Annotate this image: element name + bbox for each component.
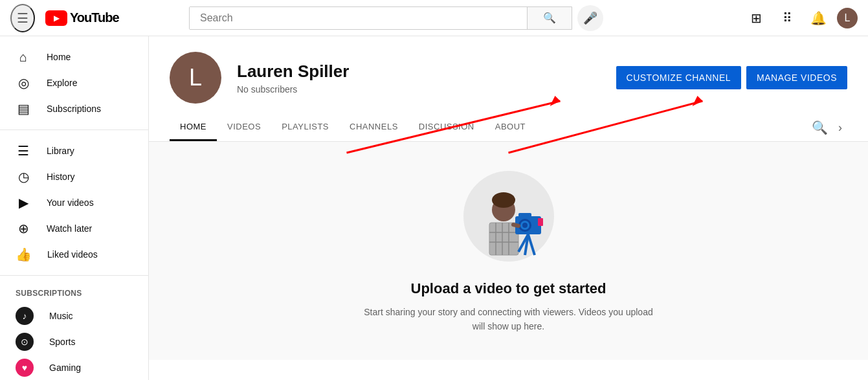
svg-rect-21 bbox=[538, 218, 543, 226]
subscriptions-section-title: SUBSCRIPTIONS bbox=[0, 284, 148, 303]
sidebar-item-label: Liked videos bbox=[47, 249, 98, 260]
history-icon: ◷ bbox=[16, 169, 31, 184]
liked-videos-icon: 👍 bbox=[16, 247, 32, 262]
empty-state-illustration bbox=[460, 168, 557, 265]
tab-about[interactable]: ABOUT bbox=[485, 114, 536, 141]
sidebar-item-label: Home bbox=[47, 52, 71, 62]
svg-point-12 bbox=[492, 192, 515, 208]
tab-chevron-right-icon[interactable]: › bbox=[833, 116, 847, 140]
sidebar-item-label: Your videos bbox=[47, 197, 94, 208]
svg-rect-5 bbox=[489, 223, 518, 255]
header: ☰ YouTube 🔍 🎤 ⊞ ⠿ 🔔 L bbox=[0, 0, 868, 36]
svg-line-22 bbox=[513, 225, 518, 226]
search-button[interactable]: 🔍 bbox=[527, 7, 572, 29]
music-channel-icon: ♪ bbox=[16, 307, 34, 325]
youtube-logo-text: YouTube bbox=[70, 10, 119, 25]
library-icon: ☰ bbox=[16, 143, 31, 159]
sidebar-divider-2 bbox=[0, 275, 148, 276]
sidebar-item-label: Music bbox=[49, 311, 73, 321]
tab-playlists[interactable]: PLAYLISTS bbox=[271, 114, 339, 141]
channel-name: Lauren Spiller bbox=[237, 61, 601, 82]
empty-state-title: Upload a video to get started bbox=[411, 280, 606, 297]
sidebar-item-music[interactable]: ♪ Music bbox=[0, 303, 148, 329]
sidebar-item-library[interactable]: ☰ Library bbox=[0, 138, 148, 164]
channel-subscribers: No subscribers bbox=[237, 84, 601, 95]
your-videos-icon: ▶ bbox=[16, 195, 31, 210]
tab-videos[interactable]: VIDEOS bbox=[217, 114, 271, 141]
apps-icon[interactable]: ⠿ bbox=[775, 5, 801, 31]
header-center: 🔍 🎤 bbox=[189, 5, 603, 31]
youtube-logo[interactable]: YouTube bbox=[45, 10, 119, 26]
user-avatar[interactable]: L bbox=[837, 8, 858, 28]
channel-actions: CUSTOMIZE CHANNEL MANAGE VIDEOS bbox=[616, 66, 847, 89]
main-layout: ⌂ Home ◎ Explore ▤ Subscriptions ☰ Libra… bbox=[0, 36, 868, 380]
youtube-icon bbox=[45, 10, 67, 26]
sidebar-item-liked-videos[interactable]: 👍 Liked videos bbox=[0, 241, 148, 267]
sidebar-item-your-videos[interactable]: ▶ Your videos bbox=[0, 190, 148, 216]
channel-tabs: HOME VIDEOS PLAYLISTS CHANNELS DISCUSSIO… bbox=[149, 114, 868, 142]
sidebar-item-explore[interactable]: ◎ Explore bbox=[0, 70, 148, 96]
sidebar-item-home[interactable]: ⌂ Home bbox=[0, 44, 148, 70]
sidebar-item-sports[interactable]: ⊙ Sports bbox=[0, 329, 148, 355]
svg-rect-17 bbox=[518, 213, 531, 218]
tab-discussion[interactable]: DISCUSSION bbox=[408, 114, 485, 141]
channel-header: L Lauren Spiller No subscribers CUSTOMIZ… bbox=[149, 36, 868, 104]
header-left: ☰ YouTube bbox=[10, 4, 119, 32]
empty-state: Upload a video to get started Start shar… bbox=[149, 142, 868, 360]
main-content: L Lauren Spiller No subscribers CUSTOMIZ… bbox=[149, 36, 868, 380]
channel-info: Lauren Spiller No subscribers bbox=[237, 61, 601, 95]
sidebar-item-watch-later[interactable]: ⊕ Watch later bbox=[0, 216, 148, 241]
sidebar-item-label: Sports bbox=[49, 337, 75, 347]
sidebar-item-label: Subscriptions bbox=[47, 104, 101, 114]
gaming-channel-icon: ♥ bbox=[16, 359, 34, 377]
notifications-icon[interactable]: 🔔 bbox=[806, 5, 832, 31]
empty-state-subtitle: Start sharing your story and connecting … bbox=[360, 305, 658, 334]
explore-icon: ◎ bbox=[16, 75, 31, 91]
sidebar-item-history[interactable]: ◷ History bbox=[0, 164, 148, 190]
tab-search-icon[interactable]: 🔍 bbox=[807, 115, 833, 140]
sidebar-item-label: Watch later bbox=[47, 223, 92, 234]
watch-later-icon: ⊕ bbox=[16, 221, 31, 236]
channel-avatar: L bbox=[170, 52, 221, 104]
hamburger-icon[interactable]: ☰ bbox=[10, 4, 35, 32]
sidebar: ⌂ Home ◎ Explore ▤ Subscriptions ☰ Libra… bbox=[0, 36, 149, 380]
search-bar: 🔍 bbox=[189, 6, 572, 30]
sidebar-item-subscriptions[interactable]: ▤ Subscriptions bbox=[0, 96, 148, 122]
sidebar-item-gaming[interactable]: ♥ Gaming bbox=[0, 355, 148, 380]
sidebar-divider-1 bbox=[0, 129, 148, 130]
sports-channel-icon: ⊙ bbox=[16, 333, 34, 351]
tab-home[interactable]: HOME bbox=[170, 114, 217, 141]
create-icon[interactable]: ⊞ bbox=[744, 5, 770, 31]
header-right: ⊞ ⠿ 🔔 L bbox=[744, 5, 858, 31]
svg-point-16 bbox=[522, 223, 528, 228]
tab-channels[interactable]: CHANNELS bbox=[339, 114, 408, 141]
sidebar-item-label: Explore bbox=[47, 78, 77, 88]
mic-button[interactable]: 🎤 bbox=[577, 5, 603, 31]
sidebar-item-label: History bbox=[47, 172, 75, 182]
customize-channel-button[interactable]: CUSTOMIZE CHANNEL bbox=[616, 66, 741, 89]
home-icon: ⌂ bbox=[16, 50, 31, 65]
sidebar-item-label: Gaming bbox=[49, 363, 81, 373]
manage-videos-button[interactable]: MANAGE VIDEOS bbox=[746, 66, 847, 89]
subscriptions-icon: ▤ bbox=[16, 101, 31, 117]
sidebar-item-label: Library bbox=[47, 146, 74, 156]
search-input[interactable] bbox=[190, 7, 527, 29]
